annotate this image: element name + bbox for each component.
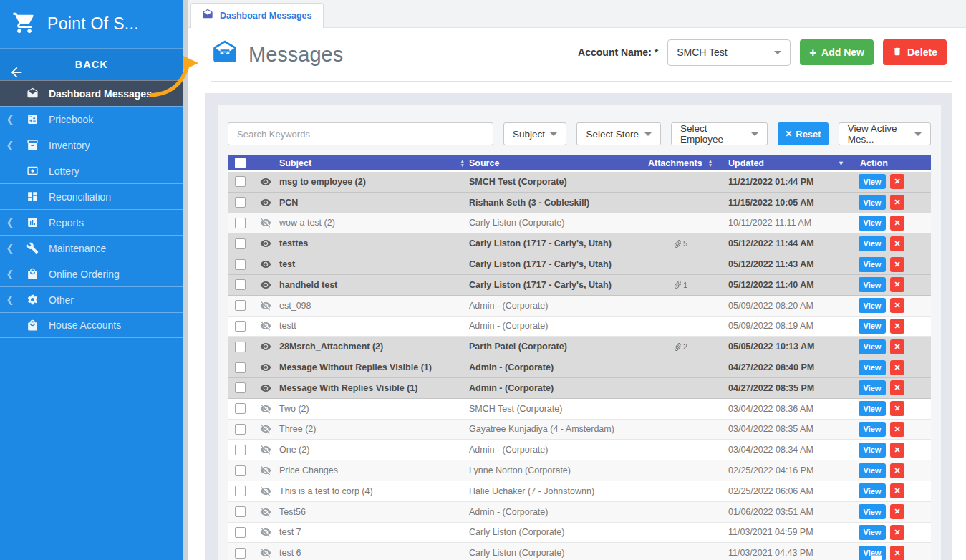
row-checkbox[interactable] (235, 342, 246, 352)
eye-off-icon[interactable] (260, 486, 271, 497)
column-attachments[interactable]: Attachments ▲▼ (648, 158, 713, 168)
eye-icon[interactable] (260, 197, 271, 208)
eye-icon[interactable] (260, 176, 271, 188)
delete-row-button[interactable]: ✕ (890, 360, 904, 375)
row-checkbox[interactable] (235, 424, 246, 435)
sidebar-item-house-accounts[interactable]: House Accounts (0, 312, 183, 338)
view-button[interactable]: View (859, 401, 886, 416)
delete-row-button[interactable]: ✕ (890, 422, 904, 437)
view-button[interactable]: View (859, 443, 886, 458)
row-checkbox[interactable] (235, 382, 246, 393)
row-checkbox[interactable] (235, 362, 246, 373)
employee-filter-select[interactable]: Select Employee (671, 122, 768, 145)
back-button[interactable]: BACK (0, 48, 183, 80)
delete-row-button[interactable]: ✕ (890, 339, 904, 354)
eye-off-icon[interactable] (260, 444, 271, 455)
eye-off-icon[interactable] (260, 547, 271, 559)
view-button[interactable]: View (859, 422, 886, 437)
eye-icon[interactable] (260, 382, 271, 394)
delete-button[interactable]: Delete (883, 39, 947, 65)
sidebar-scrollbar[interactable] (183, 0, 188, 560)
row-checkbox[interactable] (235, 548, 246, 559)
view-button[interactable]: View (859, 277, 886, 292)
eye-icon[interactable] (260, 279, 271, 291)
row-checkbox[interactable] (235, 238, 246, 249)
row-checkbox[interactable] (235, 486, 246, 496)
eye-off-icon[interactable] (260, 506, 271, 518)
view-active-select[interactable]: View Active Mes... (839, 122, 931, 145)
page-button-partial[interactable] (871, 555, 882, 560)
sidebar-item-other[interactable]: ❮Other (0, 286, 183, 312)
eye-off-icon[interactable] (260, 423, 271, 435)
row-checkbox[interactable] (235, 300, 246, 311)
delete-row-button[interactable]: ✕ (890, 319, 904, 334)
account-select[interactable]: SMCH Test (667, 39, 791, 66)
row-checkbox[interactable] (235, 218, 246, 228)
view-button[interactable]: View (859, 525, 886, 540)
view-button[interactable]: View (859, 195, 886, 210)
sidebar-item-pricebook[interactable]: ❮Pricebook (0, 106, 183, 132)
row-checkbox[interactable] (235, 176, 246, 187)
view-button[interactable]: View (859, 319, 886, 334)
delete-row-button[interactable]: ✕ (890, 525, 904, 540)
view-button[interactable]: View (859, 298, 886, 313)
delete-row-button[interactable]: ✕ (890, 463, 904, 478)
delete-row-button[interactable]: ✕ (890, 298, 904, 313)
row-checkbox[interactable] (235, 321, 246, 332)
eye-off-icon[interactable] (260, 526, 271, 538)
delete-row-button[interactable]: ✕ (890, 216, 904, 231)
sidebar-item-inventory[interactable]: ❮Inventory (0, 132, 183, 158)
sidebar-item-maintenance[interactable]: ❮Maintenance (0, 235, 183, 261)
row-checkbox[interactable] (235, 403, 246, 414)
sidebar-item-reports[interactable]: ❮Reports (0, 209, 183, 235)
delete-row-button[interactable]: ✕ (890, 401, 904, 416)
delete-row-button[interactable]: ✕ (890, 174, 904, 189)
delete-row-button[interactable]: ✕ (890, 546, 904, 560)
sort-icon[interactable]: ▲▼ (460, 159, 465, 166)
view-button[interactable]: View (859, 504, 886, 519)
view-button[interactable]: View (859, 463, 886, 478)
eye-icon[interactable] (260, 341, 271, 352)
row-checkbox[interactable] (235, 445, 246, 455)
delete-row-button[interactable]: ✕ (890, 277, 904, 292)
row-checkbox[interactable] (235, 279, 246, 290)
row-checkbox[interactable] (235, 197, 246, 208)
subject-filter-select[interactable]: Subject (503, 122, 566, 145)
view-button[interactable]: View (859, 257, 886, 272)
row-checkbox[interactable] (235, 465, 246, 476)
delete-row-button[interactable]: ✕ (890, 380, 904, 395)
view-button[interactable]: View (859, 339, 886, 354)
eye-icon[interactable] (260, 259, 271, 270)
sidebar-item-lottery[interactable]: Lottery (0, 158, 183, 183)
delete-row-button[interactable]: ✕ (890, 257, 904, 272)
eye-icon[interactable] (260, 362, 271, 373)
delete-row-button[interactable]: ✕ (890, 483, 904, 498)
delete-row-button[interactable]: ✕ (890, 195, 904, 210)
delete-row-button[interactable]: ✕ (890, 443, 904, 458)
eye-off-icon[interactable] (260, 403, 271, 415)
add-new-button[interactable]: + Add New (800, 39, 874, 65)
view-button[interactable]: View (859, 216, 886, 231)
view-button[interactable]: View (859, 174, 886, 189)
sidebar-item-dashboard-messages[interactable]: Dashboard Messages (0, 80, 183, 106)
row-checkbox[interactable] (235, 527, 246, 538)
view-button[interactable]: View (859, 360, 886, 375)
row-checkbox[interactable] (235, 506, 246, 517)
column-updated[interactable]: Updated ▼ (713, 158, 856, 168)
column-subject[interactable]: Subject ▲▼ (279, 158, 469, 168)
eye-off-icon[interactable] (260, 465, 271, 476)
view-button[interactable]: View (859, 236, 886, 251)
view-button[interactable]: View (859, 380, 886, 395)
eye-off-icon[interactable] (260, 217, 271, 228)
reset-button[interactable]: ✕ Reset (778, 122, 828, 145)
sidebar-item-reconciliation[interactable]: Reconciliation (0, 183, 183, 209)
tab-dashboard-messages[interactable]: Dashboard Messages (190, 3, 324, 28)
store-filter-select[interactable]: Select Store (576, 122, 661, 145)
sort-desc-icon[interactable]: ▼ (838, 160, 844, 167)
delete-row-button[interactable]: ✕ (890, 236, 904, 251)
eye-icon[interactable] (260, 238, 271, 249)
search-input[interactable] (228, 122, 493, 145)
delete-row-button[interactable]: ✕ (890, 504, 904, 519)
row-checkbox[interactable] (235, 259, 246, 270)
sidebar-item-online-ordering[interactable]: ❮Online Ordering (0, 261, 183, 286)
